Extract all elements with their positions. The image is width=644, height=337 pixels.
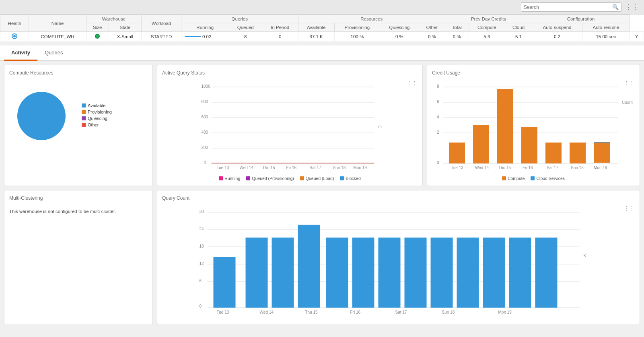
y-label-0: 0 — [204, 161, 206, 165]
cu-bar-fri16 — [521, 127, 537, 163]
credit-usage-options-icon[interactable]: ⋮⋮ — [623, 80, 635, 86]
cu-x-tue13: Tue 13 — [451, 165, 463, 170]
compute-credits-cell: 5.1 — [505, 32, 532, 42]
health-green-icon — [95, 34, 100, 39]
qc-x-fri16: Fri 16 — [350, 310, 361, 314]
qc-bar-sat17a — [379, 238, 401, 308]
qc-y-24: 24 — [200, 227, 204, 231]
queries-group-header: Queries — [181, 15, 298, 23]
active-query-chart-wrap: ⋮⋮ 1000 800 600 400 200 0 m — [162, 80, 418, 181]
queued-header: Queued — [229, 23, 262, 32]
radio-cell[interactable] — [0, 32, 29, 42]
legend-label-quiescing: Quiescing — [88, 116, 107, 121]
y-label-200: 200 — [202, 145, 208, 150]
legend-label-queued-load: Queued (Load) — [306, 176, 334, 181]
cloud-credits-cell: 0.2 — [532, 32, 582, 42]
legend-running: Running — [219, 176, 240, 181]
legend-label-other: Other — [88, 122, 99, 127]
query-count-options-icon[interactable]: ⋮⋮ — [623, 205, 635, 211]
active-query-status-card: Active Query Status ⋮⋮ 1000 800 600 400 … — [157, 65, 423, 186]
cu-legend-cloud: Cloud Services — [531, 176, 565, 181]
active-query-bar-chart: 1000 800 600 400 200 0 m — [162, 80, 418, 172]
qc-x-wed14: Wed 14 — [260, 310, 274, 314]
tab-activity[interactable]: Activity — [4, 45, 37, 61]
x-label-mon19: Mon 19 — [354, 165, 367, 170]
y-label-1000: 1000 — [202, 84, 211, 89]
search-icon-button[interactable]: 🔍 — [612, 4, 619, 10]
legend-color-quiescing — [82, 116, 86, 120]
workload-value: 0.02 — [202, 34, 211, 39]
multi-cluster-message: This warehouse is not configured to be m… — [9, 205, 148, 218]
credit-usage-bar-chart: 8 6 4 2 0 Count — [432, 80, 635, 172]
auto-suspend-header: Auto-suspend — [532, 23, 582, 32]
credit-usage-chart-wrap: ⋮⋮ 8 6 4 2 0 Count — [432, 80, 635, 181]
cu-x-sun18: Sun 18 — [571, 165, 584, 170]
toolbar-dots-icon[interactable]: ⋮⋮ — [624, 2, 640, 12]
quiescing-cell: 0 % — [419, 32, 445, 42]
tab-queries[interactable]: Queries — [37, 45, 70, 61]
other-cell: 0 % — [445, 32, 469, 42]
legend-color-running — [219, 176, 223, 180]
cu-x-wed14: Wed 14 — [475, 165, 489, 170]
workload-bar: 0.02 — [185, 34, 226, 39]
warehouse-row[interactable]: COMPUTE_WH X-Small STARTED 0.02 8 0 37.1… — [0, 32, 644, 42]
active-query-options-icon[interactable]: ⋮⋮ — [406, 80, 418, 86]
search-input[interactable] — [524, 4, 612, 10]
prev-day-credits-group-header: Prev Day Credits — [445, 15, 532, 23]
qc-bar-sun18a — [431, 238, 453, 308]
legend-color-other — [82, 123, 86, 127]
query-count-bar-chart: 30 24 18 12 6 0 K — [162, 205, 635, 318]
qc-bar-mon19c — [535, 238, 558, 308]
auto-resume-cell: Y — [630, 32, 644, 42]
cloud-header: Cloud — [505, 23, 532, 32]
cu-y-6: 6 — [437, 99, 439, 104]
legend-item-quiescing: Quiescing — [82, 116, 112, 121]
other-header: Other — [419, 23, 445, 32]
query-count-title: Query Count — [162, 195, 635, 201]
qc-x-tue13: Tue 13 — [217, 310, 229, 314]
qc-y-18: 18 — [200, 244, 204, 248]
auto-suspend-cell: 15.00 sec — [582, 32, 630, 42]
cu-legend-label-cloud: Cloud Services — [536, 176, 565, 181]
size-cell: X-Small — [109, 32, 141, 42]
top-charts-row: Compute Resources Available Provisioning — [4, 65, 640, 186]
cu-x-thu15: Thu 15 — [498, 165, 511, 170]
legend-queued-prov: Queued (Provisioning) — [246, 176, 294, 181]
radio-icon[interactable] — [12, 33, 17, 39]
legend-label-blocked: Blocked — [346, 176, 360, 181]
legend-color-queued-load — [300, 176, 304, 180]
qc-bar-wed14b — [272, 238, 294, 308]
available-header: Available — [298, 23, 334, 32]
cu-bar-tue13 — [449, 143, 465, 163]
legend-blocked: Blocked — [340, 176, 360, 181]
warehouse-group-header: Warehouse — [86, 15, 141, 23]
search-box[interactable]: 🔍 — [521, 2, 621, 12]
legend-color-available — [82, 103, 86, 108]
running-header: Running — [181, 23, 229, 32]
credit-usage-title: Credit Usage — [432, 70, 635, 76]
in-period-cell: 37.1 K — [298, 32, 334, 42]
x-label-sun18: Sun 18 — [333, 165, 346, 170]
compute-resources-card: Compute Resources Available Provisioning — [4, 65, 153, 186]
bottom-charts-row: Multi-Clustering This warehouse is not c… — [4, 190, 640, 324]
quiescing-header: Quiescing — [380, 23, 419, 32]
qc-bar-mon19a — [483, 238, 505, 308]
cu-y-2: 2 — [437, 130, 439, 134]
qc-y-6: 6 — [200, 279, 202, 283]
legend-label-available: Available — [88, 103, 105, 108]
cu-bar-wed14 — [473, 125, 489, 163]
tabs-container: Activity Queries — [0, 45, 644, 61]
workload-cell: 0.02 — [181, 32, 229, 42]
query-count-chart-wrap: ⋮⋮ 30 24 18 12 6 0 K — [162, 205, 635, 319]
pie-available-segment — [17, 92, 66, 140]
state-cell: STARTED — [142, 32, 181, 42]
tabs-row: Activity Queries — [4, 45, 640, 60]
legend-item-available: Available — [82, 103, 112, 108]
resources-group-header: Resources — [298, 15, 445, 23]
available-cell: 100 % — [334, 32, 380, 42]
legend-color-provisioning — [82, 110, 86, 114]
health-header: Health — [0, 15, 29, 32]
cu-y-axis-label: Count — [622, 100, 633, 105]
queued-cell: 0 — [262, 32, 298, 42]
multi-clustering-title: Multi-Clustering — [9, 195, 148, 201]
